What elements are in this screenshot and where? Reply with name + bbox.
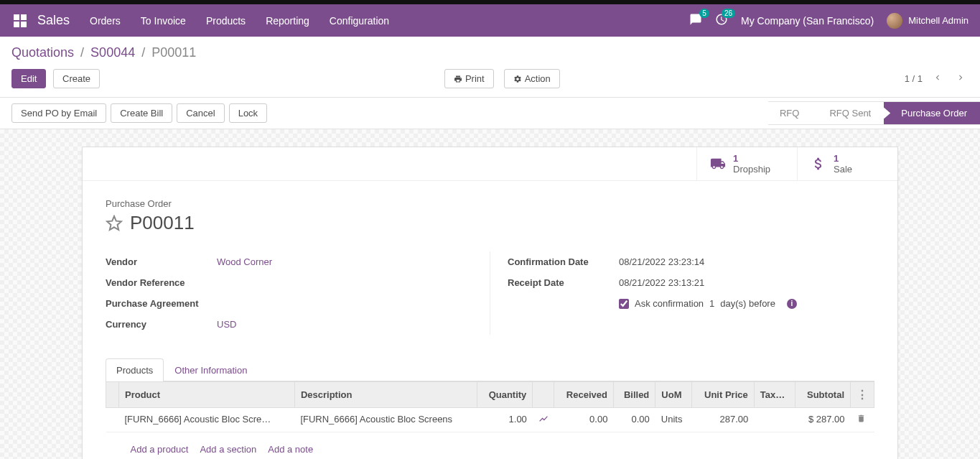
breadcrumb: Quotations / S00044 / P00011 <box>11 45 969 60</box>
breadcrumb-root[interactable]: Quotations <box>11 45 74 60</box>
col-uom[interactable]: UoM <box>655 382 692 408</box>
dropship-label: Dropship <box>733 164 770 175</box>
add-product-link[interactable]: Add a product <box>131 444 189 455</box>
forecast-icon[interactable] <box>538 415 549 426</box>
cell-uom: Units <box>655 408 692 432</box>
gear-icon <box>513 75 522 83</box>
menu-to-invoice[interactable]: To Invoice <box>141 15 186 27</box>
send-po-button[interactable]: Send PO by Email <box>11 103 106 123</box>
create-button[interactable]: Create <box>53 69 100 88</box>
cell-product: [FURN_6666] Acoustic Bloc Scre… <box>119 408 295 432</box>
info-icon[interactable]: i <box>787 299 797 309</box>
edit-button[interactable]: Edit <box>11 69 46 88</box>
chevron-right-icon <box>956 73 966 83</box>
status-purchase-order[interactable]: Purchase Order <box>884 101 980 125</box>
pager-range[interactable]: 1 / 1 <box>905 73 923 84</box>
menu-products[interactable]: Products <box>206 15 246 27</box>
currency-label: Currency <box>106 319 217 330</box>
cell-description: [FURN_6666] Acoustic Bloc Screens <box>294 408 477 432</box>
avatar <box>887 13 902 29</box>
delete-row-icon[interactable] <box>857 414 866 425</box>
col-subtotal[interactable]: Subtotal <box>795 382 851 408</box>
cell-unit-price: 287.00 <box>692 408 755 432</box>
col-quantity[interactable]: Quantity <box>477 382 533 408</box>
col-received[interactable]: Received <box>554 382 614 408</box>
menu-reporting[interactable]: Reporting <box>266 15 309 27</box>
vendor-value[interactable]: Wood Corner <box>217 256 472 267</box>
agreement-value <box>217 298 472 309</box>
confirm-date-label: Confirmation Date <box>508 256 619 267</box>
truck-icon <box>710 156 726 172</box>
status-rfq-sent[interactable]: RFQ Sent <box>812 101 884 125</box>
print-icon <box>454 75 462 83</box>
cell-quantity: 1.00 <box>477 408 533 432</box>
confirm-date-value: 08/21/2022 23:23:14 <box>619 256 874 267</box>
breadcrumb-parent[interactable]: S00044 <box>90 45 135 60</box>
col-description[interactable]: Description <box>294 382 477 408</box>
ask-confirm-days: 1 <box>709 298 714 309</box>
stat-dropship[interactable]: 1 Dropship <box>696 147 797 180</box>
sale-count: 1 <box>834 153 852 164</box>
vendor-ref-label: Vendor Reference <box>106 277 217 288</box>
add-section-link[interactable]: Add a section <box>200 444 256 455</box>
col-billed[interactable]: Billed <box>613 382 655 408</box>
cell-taxes <box>754 408 795 432</box>
cell-billed: 0.00 <box>613 408 655 432</box>
company-selector[interactable]: My Company (San Francisco) <box>741 15 874 27</box>
star-icon[interactable] <box>106 215 123 232</box>
receipt-date-label: Receipt Date <box>508 277 619 288</box>
col-unit-price[interactable]: Unit Price <box>692 382 755 408</box>
status-rfq[interactable]: RFQ <box>768 101 812 125</box>
vendor-ref-value <box>217 277 472 288</box>
stat-sale[interactable]: 1 Sale <box>797 147 897 180</box>
messages-badge: 5 <box>699 9 709 18</box>
ask-confirm-post: day(s) before <box>720 298 775 309</box>
user-menu[interactable]: Mitchell Admin <box>887 13 969 29</box>
brand-name[interactable]: Sales <box>37 13 70 28</box>
dropship-count: 1 <box>733 153 770 164</box>
user-name: Mitchell Admin <box>908 15 969 26</box>
ask-confirm-pre: Ask confirmation <box>635 298 704 309</box>
record-subtitle: Purchase Order <box>106 198 874 209</box>
lock-button[interactable]: Lock <box>229 103 267 123</box>
breadcrumb-current: P00011 <box>151 45 196 60</box>
record-name: P00011 <box>130 212 195 234</box>
add-note-link[interactable]: Add a note <box>268 444 313 455</box>
menu-configuration[interactable]: Configuration <box>330 15 389 27</box>
receipt-date-value: 08/21/2022 23:13:21 <box>619 277 874 288</box>
cell-received: 0.00 <box>554 408 614 432</box>
columns-menu-icon[interactable]: ⋮ <box>857 389 868 401</box>
cancel-button[interactable]: Cancel <box>177 103 224 123</box>
print-button[interactable]: Print <box>444 69 494 88</box>
table-row[interactable]: [FURN_6666] Acoustic Bloc Scre… [FURN_66… <box>106 408 874 432</box>
agreement-label: Purchase Agreement <box>106 298 217 309</box>
col-product[interactable]: Product <box>119 382 295 408</box>
activities-badge: 26 <box>722 9 735 18</box>
currency-value[interactable]: USD <box>217 319 472 330</box>
ask-confirmation-checkbox[interactable] <box>619 299 629 309</box>
tab-other-info[interactable]: Other Information <box>164 358 258 381</box>
activities-icon[interactable]: 26 <box>715 13 728 28</box>
tab-products[interactable]: Products <box>106 358 164 381</box>
menu-orders[interactable]: Orders <box>90 15 121 27</box>
pager-prev[interactable] <box>930 70 946 88</box>
apps-icon[interactable] <box>11 12 29 29</box>
messages-icon[interactable]: 5 <box>689 13 702 28</box>
col-taxes[interactable]: Tax… <box>754 382 795 408</box>
dollar-icon <box>811 156 826 172</box>
sale-label: Sale <box>834 164 852 175</box>
chevron-left-icon <box>933 73 943 83</box>
vendor-label: Vendor <box>106 256 217 267</box>
action-button[interactable]: Action <box>504 69 560 88</box>
pager-next[interactable] <box>953 70 969 88</box>
cell-subtotal: $ 287.00 <box>795 408 851 432</box>
create-bill-button[interactable]: Create Bill <box>111 103 172 123</box>
